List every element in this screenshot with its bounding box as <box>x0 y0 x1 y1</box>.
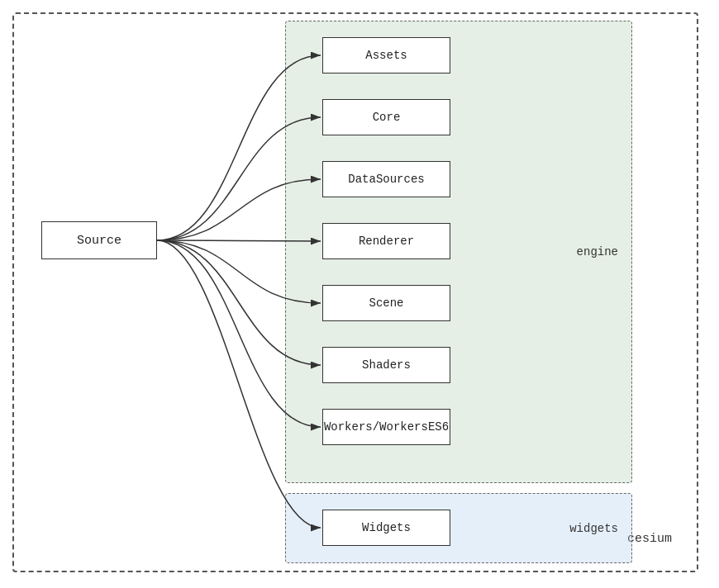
engine-node-2: DataSources <box>322 161 450 197</box>
engine-node-label-1: Core <box>373 111 401 124</box>
source-label: Source <box>77 234 121 248</box>
engine-node-label-0: Assets <box>365 49 407 62</box>
widgets-node: Widgets <box>322 510 450 546</box>
engine-node-label-5: Shaders <box>362 358 411 372</box>
engine-node-label-3: Renderer <box>359 235 414 248</box>
engine-node-label-4: Scene <box>369 296 403 310</box>
widgets-node-label: Widgets <box>362 521 411 534</box>
engine-node-1: Core <box>322 99 450 135</box>
source-node: Source <box>41 221 157 259</box>
engine-node-3: Renderer <box>322 223 450 259</box>
engine-node-0: Assets <box>322 37 450 74</box>
widgets-label: widgets <box>569 522 618 535</box>
diagram-container: cesium engine widgets Source AssetsCoreD… <box>0 0 719 588</box>
engine-node-5: Shaders <box>322 347 450 383</box>
cesium-label: cesium <box>627 532 672 546</box>
engine-node-6: Workers/WorkersES6 <box>322 409 450 445</box>
engine-node-label-6: Workers/WorkersES6 <box>324 420 449 434</box>
engine-label: engine <box>577 245 618 258</box>
engine-node-label-2: DataSources <box>348 173 424 186</box>
engine-node-4: Scene <box>322 285 450 321</box>
